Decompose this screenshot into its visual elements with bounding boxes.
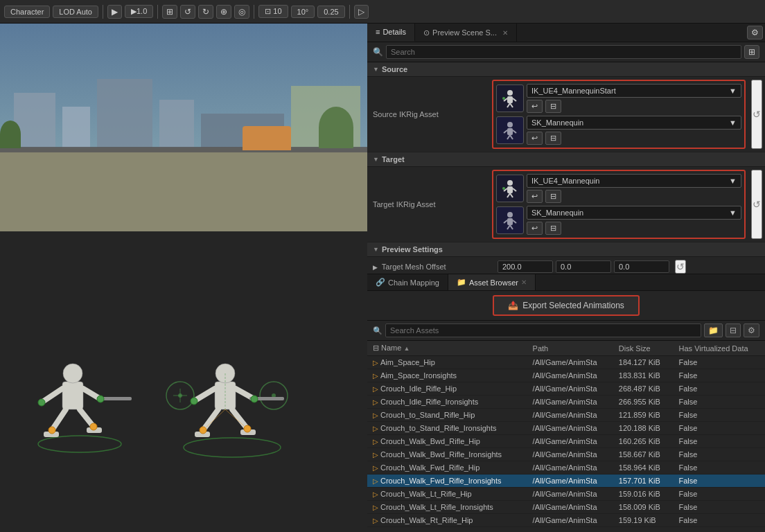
svg-rect-8 [62, 382, 83, 409]
dropdown-arrow: ▼ [729, 87, 737, 95]
svg-line-53 [510, 193, 513, 197]
target-preview-nav-btn[interactable]: ↩ [527, 222, 543, 235]
toolbar-icon-5[interactable]: ◎ [234, 5, 249, 19]
toolbar-icon-2[interactable]: ↺ [180, 5, 195, 19]
source-section-header[interactable]: ▼ Source [367, 62, 765, 77]
svg-line-42 [513, 98, 516, 101]
svg-line-48 [504, 130, 507, 133]
source-ikrig-nav-btn[interactable]: ↩ [527, 100, 543, 113]
table-row[interactable]: ▷Crouch_Walk_Lt_Rifle_Hip/All/Game/AnimS… [367, 488, 765, 501]
svg-rect-58 [507, 218, 513, 225]
preview-settings-header[interactable]: ▼ Preview Settings [367, 242, 765, 257]
offset-z-input[interactable] [614, 260, 669, 273]
tab-details[interactable]: ≡ Details [367, 24, 415, 42]
preview-settings-arrow: ▼ [373, 246, 379, 253]
character-button[interactable]: Character [4, 6, 50, 18]
table-row[interactable]: ▷Crouch_Walk_Fwd_Rifle_Hip/All/Game/Anim… [367, 461, 765, 475]
asset-folder-btn[interactable]: 📁 [704, 323, 723, 337]
table-row[interactable]: ▷Crouch_Idle_Rifle_Ironsights/All/Game/A… [367, 396, 765, 409]
table-row[interactable]: ▷Crouch_to_Stand_Rifle_Hip/All/Game/Anim… [367, 409, 765, 422]
svg-point-43 [502, 97, 505, 100]
row-path: /All/Game/AnimSta [527, 396, 613, 409]
tab-bar: ≡ Details ⊙ Preview Scene S... ✕ ⚙ [367, 24, 765, 42]
asset-settings-btn[interactable]: ⚙ [744, 323, 759, 337]
target-ikrig-dropdown[interactable]: IK_UE4_Mannequin ▼ [527, 174, 741, 188]
main-area: ≡ Details ⊙ Preview Scene S... ✕ ⚙ 🔍 ⊞ ▼… [0, 24, 765, 532]
source-ikrig-browse-btn[interactable]: ⊟ [545, 100, 561, 113]
row-path: /All/Game/AnimSta [527, 422, 613, 435]
row-name: Aim_Space_Ironsights [380, 371, 457, 380]
table-row[interactable]: ▷Aim_Space_Hip/All/Game/AnimSta184.127 K… [367, 356, 765, 369]
source-preview-dropdown[interactable]: SK_Mannequin ▼ [527, 116, 741, 130]
target-ikrig-nav-btn[interactable]: ↩ [527, 190, 543, 203]
col-disk-size[interactable]: Disk Size [613, 341, 674, 356]
target-preview-browse-btn[interactable]: ⊟ [545, 222, 561, 235]
toolbar-icon-1[interactable]: ⊞ [162, 5, 177, 19]
scene-building-2 [62, 107, 90, 148]
tab-preview[interactable]: ⊙ Preview Scene S... ✕ [415, 24, 517, 42]
col-name[interactable]: ⊟ Name ▲ [367, 341, 527, 356]
source-preview-browse-btn[interactable]: ⊟ [545, 132, 561, 145]
target-ikrig-browse-btn[interactable]: ⊟ [545, 190, 561, 203]
source-ikrig-actions: ↩ ⊟ [527, 100, 741, 113]
right-panel: ≡ Details ⊙ Preview Scene S... ✕ ⚙ 🔍 ⊞ ▼… [367, 24, 765, 532]
table-row[interactable]: ▷Crouch_Walk_Bwd_Rifle_Ironsights/All/Ga… [367, 448, 765, 461]
grid-button[interactable]: ⊡ 10 [258, 5, 288, 18]
search-layout-btn[interactable]: ⊞ [744, 45, 759, 59]
col-has-virt[interactable]: Has Virtualized Data [674, 341, 765, 356]
source-reset-btn[interactable]: ↺ [751, 80, 762, 149]
row-disk-size: 183.831 KiB [613, 369, 674, 382]
scene-building-3 [97, 79, 152, 148]
target-ikrig-label: Target IKRig Asset [367, 167, 492, 242]
row-name: Crouch_Idle_Rifle_Ironsights [380, 398, 478, 406]
play-speed-button[interactable]: ▶1.0 [125, 5, 153, 18]
table-row[interactable]: ▷Crouch_Walk_Fwd_Rifle_Ironsights/All/Ga… [367, 475, 765, 488]
target-section-header[interactable]: ▼ Target [367, 152, 765, 167]
tab-asset-browser[interactable]: 📁 Asset Browser ✕ [448, 274, 536, 290]
chain-mapping-icon: 🔗 [376, 278, 385, 287]
offset-reset-btn[interactable]: ↺ [675, 260, 686, 274]
asset-browser-tab-close[interactable]: ✕ [521, 278, 527, 286]
anim-file-icon: ▷ [373, 517, 378, 524]
target-mesh-offset-label: ▶ Target Mesh Offset [373, 263, 498, 271]
offset-x-input[interactable] [498, 260, 553, 273]
toolbar-icon-3[interactable]: ↻ [198, 5, 213, 19]
row-name: Crouch_to_Stand_Rifle_Ironsights [380, 424, 497, 432]
source-ikrig-dropdown[interactable]: IK_UE4_MannequinStart ▼ [527, 84, 741, 98]
table-row[interactable]: ▷Crouch_Walk_Lt_Rifle_Ironsights/All/Gam… [367, 501, 765, 514]
tab-chain-mapping[interactable]: 🔗 Chain Mapping [367, 274, 448, 290]
row-path: /All/Game/AnimSta [527, 435, 613, 448]
export-selected-animations-button[interactable]: 📤 Export Selected Animations [493, 295, 640, 316]
table-row[interactable]: ▷Crouch_to_Stand_Rifle_Ironsights/All/Ga… [367, 422, 765, 435]
table-row[interactable]: ▷Crouch_Walk_Bwd_Rifle_Hip/All/Game/Anim… [367, 435, 765, 448]
row-path: /All/Game/AnimSta [527, 369, 613, 382]
expand-button[interactable]: ▷ [354, 5, 369, 19]
play-button[interactable]: ▶ [107, 5, 122, 19]
row-has-virt: False [674, 488, 765, 501]
angle-button[interactable]: 10° [291, 6, 315, 18]
asset-search-input[interactable] [385, 323, 701, 337]
svg-point-44 [507, 122, 513, 127]
table-row[interactable]: ▷Aim_Space_Ironsights/All/Game/AnimSta18… [367, 369, 765, 382]
target-reset-btn[interactable]: ↺ [751, 170, 762, 239]
asset-filter-btn[interactable]: ⊟ [726, 323, 741, 337]
toolbar-icon-4[interactable]: ⊕ [216, 5, 231, 19]
target-preview-dropdown[interactable]: SK_Mannequin ▼ [527, 206, 741, 220]
source-preview-nav-btn[interactable]: ↩ [527, 132, 543, 145]
table-row[interactable]: ▷Crouch_Walk_Rt_Rifle_Hip/All/Game/AnimS… [367, 514, 765, 527]
preview-tab-close[interactable]: ✕ [502, 29, 508, 37]
mannequin-scene [3, 299, 364, 465]
details-settings-btn[interactable]: ⚙ [747, 26, 763, 39]
anim-file-icon: ▷ [373, 411, 378, 419]
asset-table-header: ⊟ Name ▲ Path Disk Size Has Vi [367, 341, 765, 356]
lod-auto-button[interactable]: LOD Auto [53, 6, 98, 18]
col-path[interactable]: Path [527, 341, 613, 356]
offset-y-input[interactable] [556, 260, 611, 273]
search-input[interactable] [386, 45, 741, 59]
scene-view[interactable] [0, 24, 367, 231]
row-has-virt: False [674, 475, 765, 488]
zoom-button[interactable]: 0.25 [317, 6, 344, 18]
details-tab-label: Details [382, 28, 406, 36]
table-row[interactable]: ▷Crouch_Idle_Rifle_Hip/All/Game/AnimSta2… [367, 382, 765, 396]
col-path-label: Path [533, 344, 549, 353]
